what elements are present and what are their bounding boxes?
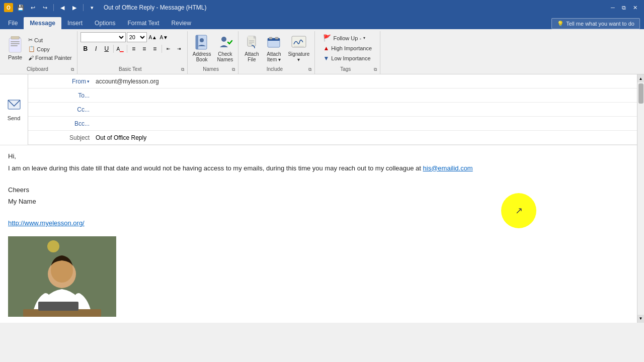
- increase-font-button[interactable]: A▲: [148, 32, 158, 42]
- bcc-button[interactable]: Bcc...: [28, 120, 94, 127]
- tab-options[interactable]: Options: [89, 17, 121, 29]
- scissors-icon: ✂: [28, 37, 33, 43]
- include-label: Include: [242, 66, 307, 73]
- check-names-icon: [217, 33, 233, 51]
- font-size-select[interactable]: 20: [127, 32, 147, 42]
- names-label-row: Names ⧉: [191, 66, 235, 73]
- format-painter-button[interactable]: 🖌 Format Painter: [26, 54, 74, 62]
- qa-separator: [53, 4, 54, 11]
- font-color-button[interactable]: A▁: [115, 44, 125, 54]
- svg-rect-28: [38, 302, 78, 311]
- high-importance-button[interactable]: ▲ High Importance: [321, 44, 374, 53]
- tab-message[interactable]: Message: [24, 17, 61, 29]
- divider2: [127, 45, 127, 53]
- format-btn-row: B I U A▁ ≡ ≡ ≡ ⇤ ⇥: [80, 44, 184, 54]
- align-center-button[interactable]: ≡: [139, 44, 149, 54]
- restore-button[interactable]: ⧉: [619, 3, 629, 13]
- divider3: [162, 45, 162, 53]
- check-names-button[interactable]: CheckNames: [215, 32, 235, 63]
- qa-more[interactable]: ▾: [88, 3, 97, 12]
- flag-icon: 🚩: [323, 34, 331, 42]
- tags-group: 🚩 Follow Up - ▾ ▲ High Importance ▼ Low …: [315, 31, 380, 74]
- copy-button[interactable]: 📋 Copy: [26, 45, 74, 53]
- subject-input[interactable]: [94, 134, 637, 141]
- paste-label: Paste: [8, 54, 22, 60]
- close-button[interactable]: ✕: [630, 3, 640, 13]
- clipboard-expand-icon[interactable]: ⧉: [71, 67, 74, 72]
- send-button[interactable]: Send: [0, 74, 28, 145]
- underline-button[interactable]: U: [102, 44, 112, 54]
- decrease-font-button[interactable]: A▼: [159, 32, 169, 42]
- names-group: AddressBook CheckNames Names ⧉: [188, 31, 239, 74]
- basic-text-expand-icon[interactable]: ⧉: [181, 67, 184, 72]
- svg-rect-3: [11, 41, 20, 42]
- qa-forward[interactable]: ▶: [70, 3, 79, 12]
- website-link[interactable]: http://www.myelesson.org/: [8, 219, 85, 227]
- address-book-icon: [194, 33, 210, 51]
- names-content: AddressBook CheckNames: [191, 32, 235, 66]
- svg-rect-5: [11, 45, 18, 46]
- bcc-input[interactable]: [94, 117, 637, 130]
- subject-row: Subject: [28, 131, 637, 145]
- from-dropdown-arrow: ▾: [87, 79, 90, 84]
- include-expand-icon[interactable]: ⧉: [308, 67, 311, 72]
- tab-insert[interactable]: Insert: [61, 17, 89, 29]
- qa-save[interactable]: 💾: [16, 3, 25, 12]
- colleague-email-link[interactable]: his@emailid.com: [423, 164, 473, 172]
- yellow-circle: ↗: [501, 193, 536, 228]
- qa-back[interactable]: ◀: [58, 3, 67, 12]
- tell-me[interactable]: 💡 Tell me what you want to do: [551, 18, 640, 29]
- names-expand-icon[interactable]: ⧉: [232, 67, 235, 72]
- svg-rect-4: [11, 43, 20, 44]
- scrollbar: ▲ ▼: [637, 74, 644, 323]
- qa-redo[interactable]: ↪: [40, 3, 49, 12]
- indent-increase-button[interactable]: ⇥: [174, 44, 184, 54]
- basic-text-content: 20 A▲ A▼ B I U A▁ ≡ ≡ ≡ ⇤ ⇥: [80, 32, 184, 66]
- bold-button[interactable]: B: [80, 44, 91, 54]
- cut-button[interactable]: ✂ Cut: [26, 36, 74, 44]
- attach-item-label: AttachItem ▾: [267, 51, 281, 62]
- low-importance-button[interactable]: ▼ Low Importance: [321, 54, 374, 63]
- attach-item-button[interactable]: AttachItem ▾: [264, 32, 284, 63]
- scroll-up-button[interactable]: ▲: [637, 74, 645, 82]
- address-book-button[interactable]: AddressBook: [191, 32, 213, 63]
- minimize-button[interactable]: ─: [608, 3, 618, 13]
- tab-file[interactable]: File: [2, 17, 24, 29]
- align-right-button[interactable]: ≡: [150, 44, 160, 54]
- qa-undo[interactable]: ↩: [28, 3, 37, 12]
- email-area: Send From ▾ account@mylesson.org To...: [0, 74, 644, 323]
- tags-expand-icon[interactable]: ⧉: [374, 67, 377, 72]
- tab-review[interactable]: Review: [166, 17, 197, 29]
- cc-input[interactable]: [94, 103, 637, 116]
- to-input[interactable]: [94, 88, 637, 102]
- scroll-down-button[interactable]: ▼: [637, 315, 645, 323]
- follow-up-button[interactable]: 🚩 Follow Up - ▾: [321, 33, 374, 43]
- align-left-button[interactable]: ≡: [129, 44, 139, 54]
- clipboard-group: Paste ✂ Cut 📋 Copy 🖌 Format Painter Clip…: [2, 31, 77, 74]
- ribbon: Paste ✂ Cut 📋 Copy 🖌 Format Painter Clip…: [0, 29, 644, 74]
- signature-button[interactable]: Signature▾: [286, 32, 311, 63]
- cc-button[interactable]: Cc...: [28, 106, 94, 113]
- to-button[interactable]: To...: [28, 92, 94, 99]
- window-controls: ─ ⧉ ✕: [608, 3, 640, 13]
- scroll-thumb[interactable]: [638, 83, 643, 104]
- high-importance-icon: ▲: [323, 45, 329, 52]
- app-icon: O: [4, 3, 13, 12]
- font-family-select[interactable]: [80, 32, 126, 42]
- clipboard-label-row: Clipboard ⧉: [5, 66, 74, 73]
- tags-inner: 🚩 Follow Up - ▾ ▲ High Importance ▼ Low …: [321, 33, 374, 63]
- email-header: Send From ▾ account@mylesson.org To...: [0, 74, 637, 145]
- fields-area: From ▾ account@mylesson.org To... Cc.: [28, 74, 637, 145]
- tab-format-text[interactable]: Format Text: [121, 17, 165, 29]
- greeting: Hi,: [8, 151, 629, 161]
- from-button[interactable]: From ▾: [28, 78, 94, 85]
- title-bar-left: O 💾 ↩ ↪ ◀ ▶ ▾ Out of Office Reply - Mess…: [4, 3, 207, 12]
- italic-button[interactable]: I: [91, 44, 101, 54]
- basic-text-label-row: Basic Text ⧉: [80, 66, 184, 73]
- attach-file-button[interactable]: AttachFile: [242, 32, 262, 63]
- paste-button[interactable]: Paste: [5, 35, 25, 61]
- low-importance-icon: ▼: [323, 55, 329, 62]
- indent-decrease-button[interactable]: ⇤: [164, 44, 174, 54]
- format-painter-icon: 🖌: [28, 55, 34, 61]
- email-body[interactable]: Hi, I am on leave during this date till …: [0, 145, 637, 323]
